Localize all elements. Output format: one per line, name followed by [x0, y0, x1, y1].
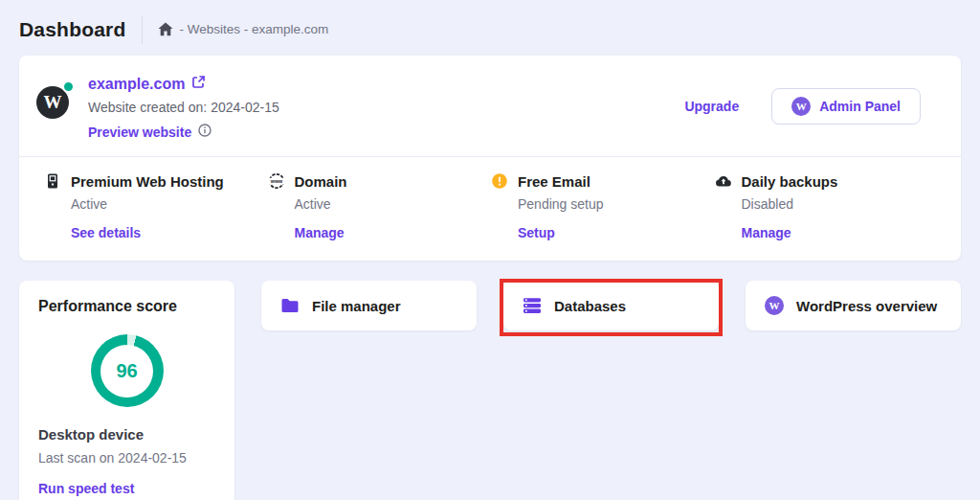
wordpress-overview-label: WordPress overview	[796, 298, 937, 314]
service-title: Premium Web Hosting	[71, 173, 224, 190]
online-status-dot	[62, 80, 75, 93]
service-domain: www Domain Active Manage	[268, 172, 492, 241]
last-scan-text: Last scan on 2024-02-15	[38, 450, 215, 466]
cloud-backup-icon	[715, 172, 732, 190]
svg-text:www: www	[269, 178, 282, 184]
see-details-link[interactable]: See details	[71, 225, 141, 240]
performance-score-card: Performance score 96 Desktop device Last…	[19, 281, 234, 500]
file-manager-card[interactable]: File manager	[261, 281, 477, 330]
preview-website-link[interactable]: Preview website	[88, 125, 191, 140]
database-icon	[523, 296, 542, 315]
service-title: Free Email	[518, 173, 590, 190]
wordpress-icon: W	[791, 97, 811, 116]
website-card: W example.com Website created on: 2024-0…	[19, 56, 961, 261]
service-status: Active	[71, 196, 268, 212]
site-created-text: Website created on: 2024-02-15	[88, 100, 279, 115]
services-row: Premium Web Hosting Active See details w…	[19, 157, 961, 261]
service-backups: Daily backups Disabled Manage	[715, 172, 939, 241]
service-hosting: Premium Web Hosting Active See details	[44, 172, 268, 241]
performance-gauge: 96	[91, 334, 164, 407]
breadcrumb-text: - Websites - example.com	[180, 22, 329, 36]
domain-globe-icon: www	[268, 172, 285, 190]
site-info-section: W example.com Website created on: 2024-0…	[19, 56, 961, 156]
performance-title: Performance score	[38, 298, 215, 315]
shortcuts-grid: Performance score 96 Desktop device Last…	[19, 281, 961, 500]
setup-email-link[interactable]: Setup	[518, 225, 555, 240]
manage-domain-link[interactable]: Manage	[295, 225, 345, 240]
service-status: Disabled	[742, 196, 939, 212]
home-icon[interactable]	[158, 22, 173, 36]
wordpress-icon: W	[765, 296, 784, 315]
service-title: Domain	[295, 173, 347, 190]
header-divider	[142, 15, 143, 44]
breadcrumb[interactable]: - Websites - example.com	[158, 22, 329, 36]
upgrade-link[interactable]: Upgrade	[684, 99, 739, 114]
service-title: Daily backups	[742, 173, 838, 190]
top-bar: Dashboard - Websites - example.com	[0, 0, 980, 53]
warning-icon	[491, 172, 508, 190]
info-icon[interactable]	[198, 124, 212, 141]
site-avatar: W	[36, 82, 73, 119]
wordpress-overview-card[interactable]: W WordPress overview	[746, 281, 961, 330]
site-domain-link[interactable]: example.com	[88, 76, 185, 93]
admin-panel-label: Admin Panel	[819, 99, 901, 114]
device-label: Desktop device	[38, 426, 215, 443]
hosting-icon	[44, 172, 61, 190]
databases-label: Databases	[554, 298, 626, 314]
folder-icon	[280, 296, 300, 315]
manage-backups-link[interactable]: Manage	[742, 225, 791, 240]
performance-score-value: 96	[100, 345, 153, 398]
service-status: Pending setup	[518, 196, 715, 212]
external-link-icon[interactable]	[191, 75, 206, 93]
file-manager-label: File manager	[312, 298, 401, 314]
run-speed-test-link[interactable]: Run speed test	[38, 481, 134, 496]
databases-card[interactable]: Databases	[503, 281, 719, 330]
admin-panel-button[interactable]: W Admin Panel	[771, 88, 921, 125]
service-status: Active	[295, 196, 492, 212]
page-title: Dashboard	[19, 18, 126, 41]
service-email: Free Email Pending setup Setup	[491, 172, 715, 241]
